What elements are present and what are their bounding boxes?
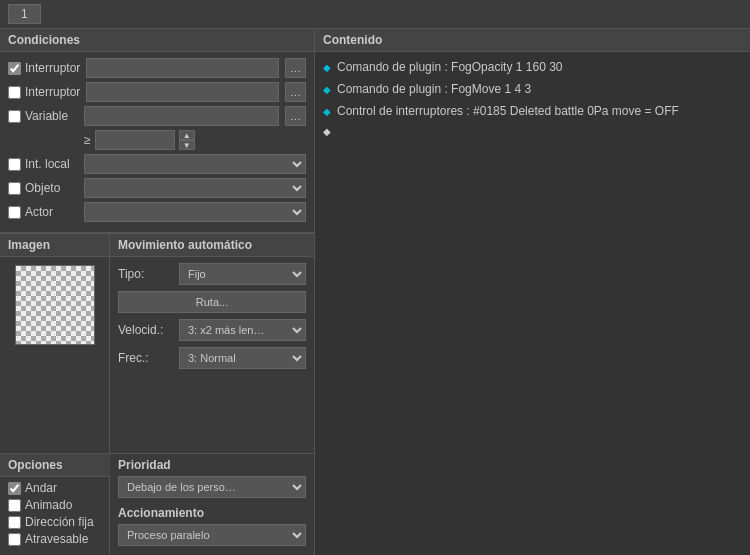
item-text-0: Comando de plugin : FogOpacity 1 160 30 xyxy=(337,58,562,76)
cond-operator: ≥ xyxy=(84,133,91,147)
cond-check-actor[interactable] xyxy=(8,206,21,219)
cond-row-intlocal: Int. local xyxy=(8,154,306,174)
mov-label-frec: Frec.: xyxy=(118,351,173,365)
contenido-body: ◆ Comando de plugin : FogOpacity 1 160 3… xyxy=(315,52,750,555)
diamond-icon-2: ◆ xyxy=(323,104,331,119)
opt-check-animado[interactable] xyxy=(8,499,21,512)
cond-label-intlocal: Int. local xyxy=(8,157,78,171)
spinner-down[interactable]: ▼ xyxy=(179,140,195,150)
opciones-body: Andar Animado Dirección fija xyxy=(0,477,110,553)
opt-label-dirf: Dirección fija xyxy=(8,515,94,529)
movimiento-section: Movimiento automático Tipo: Fijo Ruta...… xyxy=(110,233,314,453)
item-text-1: Comando de plugin : FogMove 1 4 3 xyxy=(337,80,531,98)
cond-row-interruptor1: Interruptor 0185 Deleted battle 0… … xyxy=(8,58,306,78)
opt-row-dirf: Dirección fija xyxy=(8,515,101,529)
diamond-icon-1: ◆ xyxy=(323,82,331,97)
ruta-button[interactable]: Ruta... xyxy=(118,291,306,313)
cond-input-variable[interactable] xyxy=(84,106,279,126)
cond-select-objeto[interactable] xyxy=(84,178,306,198)
prioridad-label: Prioridad xyxy=(118,458,306,472)
imagen-section: Imagen xyxy=(0,233,110,453)
prioridad-select[interactable]: Debajo de los perso… xyxy=(118,476,306,498)
diamond-empty-3: ◆ xyxy=(323,124,331,139)
spinner: ▲ ▼ xyxy=(179,130,195,150)
opciones-section: Opciones Andar Animado xyxy=(0,454,110,555)
cond-check-variable[interactable] xyxy=(8,110,21,123)
cond-row-objeto: Objeto xyxy=(8,178,306,198)
cond-label-variable: Variable xyxy=(8,109,78,123)
cond-input-interruptor1[interactable]: 0185 Deleted battle 0… xyxy=(86,58,279,78)
cond-sub-input[interactable] xyxy=(95,130,175,150)
mov-row-tipo: Tipo: Fijo xyxy=(118,263,306,285)
cond-sub-row-variable: ≥ ▲ ▼ xyxy=(84,130,306,150)
opt-check-atrav[interactable] xyxy=(8,533,21,546)
accionamiento-select[interactable]: Proceso paralelo xyxy=(118,524,306,546)
left-panel: Condiciones Interruptor 0185 Deleted bat… xyxy=(0,29,315,555)
cond-row-variable: Variable … xyxy=(8,106,306,126)
opt-label-animado: Animado xyxy=(8,498,72,512)
opt-row-animado: Animado xyxy=(8,498,101,512)
cond-check-interruptor2[interactable] xyxy=(8,86,21,99)
cond-check-interruptor1[interactable] xyxy=(8,62,21,75)
tab-bar: 1 xyxy=(0,0,750,29)
contenido-item-3: ◆ xyxy=(323,124,742,139)
opt-label-andar: Andar xyxy=(8,481,57,495)
mov-label-tipo: Tipo: xyxy=(118,267,173,281)
left-bottom: Imagen Movimiento automático Tipo: Fijo … xyxy=(0,233,314,453)
cond-row-actor: Actor xyxy=(8,202,306,222)
mov-label-velocidad: Velocid.: xyxy=(118,323,173,337)
spinner-up[interactable]: ▲ xyxy=(179,130,195,140)
cond-select-intlocal[interactable] xyxy=(84,154,306,174)
contenido-item-1: ◆ Comando de plugin : FogMove 1 4 3 xyxy=(323,80,742,98)
opt-check-andar[interactable] xyxy=(8,482,21,495)
contenido-item-0: ◆ Comando de plugin : FogOpacity 1 160 3… xyxy=(323,58,742,76)
condiciones-header: Condiciones xyxy=(0,29,314,52)
imagen-preview[interactable] xyxy=(15,265,95,345)
accionamiento-label: Accionamiento xyxy=(118,506,306,520)
left-options-area: Opciones Andar Animado xyxy=(0,453,314,555)
cond-select-actor[interactable] xyxy=(84,202,306,222)
mov-select-tipo[interactable]: Fijo xyxy=(179,263,306,285)
cond-row-interruptor2: Interruptor … xyxy=(8,82,306,102)
imagen-header: Imagen xyxy=(0,234,109,257)
mov-row-frec: Frec.: 3: Normal xyxy=(118,347,306,369)
opt-row-andar: Andar xyxy=(8,481,101,495)
contenido-header: Contenido xyxy=(315,29,750,52)
priority-action-section: Prioridad Debajo de los perso… Accionami… xyxy=(110,454,314,555)
cond-check-intlocal[interactable] xyxy=(8,158,21,171)
opt-label-atrav: Atravesable xyxy=(8,532,88,546)
mov-row-velocidad: Velocid.: 3: x2 más len… xyxy=(118,319,306,341)
mov-select-frec[interactable]: 3: Normal xyxy=(179,347,306,369)
opt-check-dirf[interactable] xyxy=(8,516,21,529)
cond-label-actor: Actor xyxy=(8,205,78,219)
cond-input-interruptor2[interactable] xyxy=(86,82,279,102)
cond-label-interruptor2: Interruptor xyxy=(8,85,80,99)
tab-1[interactable]: 1 xyxy=(8,4,41,24)
main-container: Condiciones Interruptor 0185 Deleted bat… xyxy=(0,29,750,555)
mov-select-velocidad[interactable]: 3: x2 más len… xyxy=(179,319,306,341)
movimiento-header: Movimiento automático xyxy=(110,234,314,257)
cond-label-interruptor1: Interruptor xyxy=(8,61,80,75)
cond-btn-interruptor1[interactable]: … xyxy=(285,58,306,78)
diamond-icon-0: ◆ xyxy=(323,60,331,75)
contenido-item-2: ◆ Control de interruptores : #0185 Delet… xyxy=(323,102,742,120)
cond-btn-variable[interactable]: … xyxy=(285,106,306,126)
cond-label-objeto: Objeto xyxy=(8,181,78,195)
movimiento-body: Tipo: Fijo Ruta... Velocid.: 3: x2 más l… xyxy=(110,257,314,381)
cond-check-objeto[interactable] xyxy=(8,182,21,195)
opciones-header: Opciones xyxy=(0,454,110,477)
right-panel: Contenido ◆ Comando de plugin : FogOpaci… xyxy=(315,29,750,555)
item-text-2: Control de interruptores : #0185 Deleted… xyxy=(337,102,679,120)
opt-row-atrav: Atravesable xyxy=(8,532,101,546)
cond-btn-interruptor2[interactable]: … xyxy=(285,82,306,102)
condiciones-body: Interruptor 0185 Deleted battle 0… … Int… xyxy=(0,52,314,233)
